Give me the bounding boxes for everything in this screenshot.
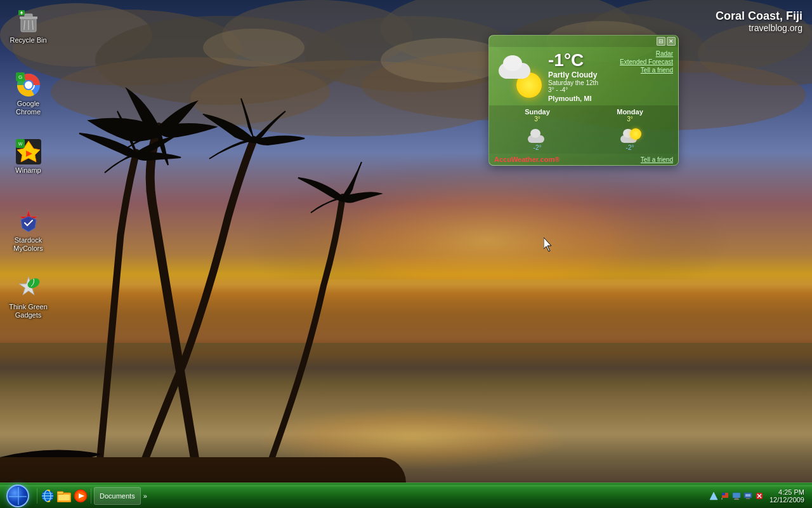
tray-monitor-icon[interactable]: [731, 491, 742, 501]
forecast-monday-icon: [619, 124, 641, 143]
internet-explorer-taskbar-icon[interactable]: [40, 488, 55, 504]
weather-icon: [494, 50, 545, 101]
forecast-cloud-icon: [527, 131, 546, 143]
weather-titlebar: ⊟ ✕: [489, 36, 678, 47]
svg-rect-53: [734, 499, 739, 500]
site-url: travelblog.org: [716, 23, 802, 33]
weather-footer: AccuWeather.com® Tell a friend: [489, 154, 678, 165]
svg-rect-19: [25, 14, 32, 17]
svg-point-3: [95, 16, 349, 105]
desktop: Coral Coast, Fiji travelblog.org Recycle…: [0, 0, 812, 508]
svg-point-5: [304, 16, 520, 92]
show-desktop-area: [709, 491, 764, 501]
forecast-monday-sun-icon: [630, 128, 641, 140]
svg-rect-55: [745, 494, 750, 497]
winamp-icon[interactable]: W Winamp: [4, 137, 52, 177]
tell-a-friend-link[interactable]: Tell a friend: [641, 67, 673, 74]
svg-text:W: W: [18, 142, 22, 146]
svg-rect-52: [735, 498, 738, 499]
svg-point-27: [25, 81, 32, 89]
forecast-monday: Monday 3° -2°: [587, 108, 673, 151]
svg-point-11: [190, 60, 508, 137]
clock-time: 4:25 PM: [769, 488, 804, 496]
svg-rect-0: [0, 0, 812, 279]
svg-rect-49: [722, 493, 725, 495]
winamp-image: W: [16, 139, 41, 164]
svg-marker-47: [710, 492, 717, 500]
svg-rect-42: [57, 491, 63, 494]
clock-date: 12/12/2009: [769, 496, 804, 504]
start-button[interactable]: [1, 484, 34, 508]
weather-condition: Partly Cloudy: [548, 70, 617, 79]
stardock-label: Stardock MyColors: [7, 236, 49, 253]
accuweather-brand: Accu: [494, 156, 511, 163]
weather-close-button[interactable]: ✕: [667, 37, 676, 46]
forecast-sunday-icon: [527, 124, 549, 143]
documents-button[interactable]: Documents: [94, 487, 141, 505]
accuweather-dotcom: .com®: [539, 156, 560, 163]
svg-line-20: [24, 20, 25, 30]
location-name: Coral Coast, Fiji: [716, 10, 802, 23]
think-green-gadgets-icon[interactable]: Think Green Gadgets: [4, 273, 52, 322]
taskbar-separator: »: [143, 492, 147, 500]
forecast-sunday-lo: -2°: [534, 144, 542, 151]
chrome-image: G: [16, 72, 41, 98]
cloud-icon: [495, 53, 534, 79]
accuweather-brand-red: Weather: [511, 156, 539, 163]
weather-forecast: Sunday 3° -2° Monday 3° -2°: [489, 105, 678, 154]
forecast-monday-name: Monday: [617, 108, 643, 116]
tray-network-icon[interactable]: [743, 491, 753, 501]
forecast-sunday: Sunday 3° -2°: [494, 108, 580, 151]
svg-line-22: [32, 20, 33, 30]
file-explorer-taskbar-icon[interactable]: [56, 488, 72, 504]
stardock-image: [16, 209, 41, 234]
recycle-bin-icon[interactable]: Recycle Bin: [4, 6, 52, 47]
winamp-label: Winamp: [15, 166, 41, 175]
weather-main-content: -1°C Partly Cloudy Saturday the 12th 3° …: [489, 47, 678, 105]
svg-point-10: [51, 57, 330, 127]
weather-links: Radar Extended Forecast Tell a friend: [620, 50, 673, 74]
weather-temperature: -1°C: [548, 50, 617, 70]
recycle-bin-image: [16, 9, 41, 34]
svg-text:G: G: [18, 74, 22, 80]
svg-rect-56: [746, 498, 750, 499]
weather-minimize-button[interactable]: ⊟: [657, 37, 665, 46]
weather-location: Plymouth, MI: [548, 95, 617, 102]
svg-rect-43: [58, 495, 70, 500]
taskbar: Documents »: [0, 483, 812, 508]
weather-date: Saturday the 12th: [548, 79, 617, 86]
forecast-monday-hi: 3°: [627, 116, 633, 123]
start-globe-icon: [6, 485, 29, 507]
forecast-monday-lo: -2°: [626, 144, 634, 151]
recycle-bin-label: Recycle Bin: [10, 36, 46, 44]
weather-widget: ⊟ ✕ -1°C Partly Cloudy Saturday the 12th…: [488, 35, 679, 166]
location-text: Coral Coast, Fiji travelblog.org: [716, 10, 802, 33]
weather-info: -1°C Partly Cloudy Saturday the 12th 3° …: [548, 50, 617, 102]
taskbar-tray: 4:25 PM 12/12/2009: [709, 488, 812, 504]
footer-tell-friend-link[interactable]: Tell a friend: [641, 156, 673, 163]
svg-point-15: [203, 29, 304, 67]
media-player-taskbar-icon[interactable]: [73, 488, 88, 504]
mouse-cursor: [544, 237, 556, 253]
taskbar-programs: Documents »: [91, 487, 709, 505]
tray-flag-icon[interactable]: [720, 491, 730, 501]
chrome-label: Google Chrome: [7, 100, 49, 116]
stardock-icon[interactable]: Stardock MyColors: [4, 206, 52, 255]
tray-back-icon[interactable]: [709, 491, 719, 501]
svg-point-4: [222, 0, 412, 70]
tray-close-icon[interactable]: [754, 491, 764, 501]
clock-display[interactable]: 4:25 PM 12/12/2009: [767, 488, 807, 504]
forecast-sunday-hi: 3°: [534, 116, 540, 123]
think-green-image: [16, 276, 41, 301]
accuweather-logo: AccuWeather.com®: [494, 156, 560, 163]
taskbar-quicklaunch: [37, 488, 91, 504]
svg-point-9: [698, 22, 812, 86]
chrome-icon[interactable]: G Google Chrome: [4, 70, 52, 119]
svg-rect-51: [733, 493, 740, 498]
weather-hi-low: 3° - -4°: [548, 86, 617, 93]
forecast-sunday-name: Sunday: [525, 108, 550, 116]
think-green-label: Think Green Gadgets: [7, 303, 49, 319]
extended-forecast-link[interactable]: Extended Forecast: [620, 58, 673, 65]
radar-link[interactable]: Radar: [656, 50, 673, 57]
